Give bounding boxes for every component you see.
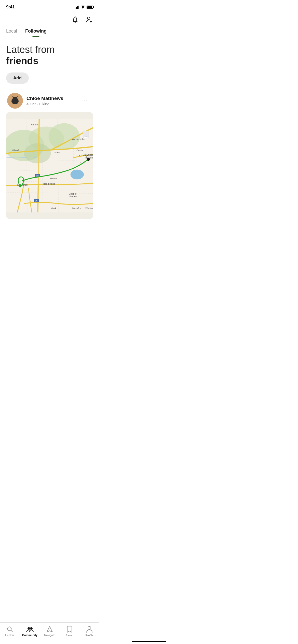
svg-text:Allerton: Allerton bbox=[69, 195, 77, 198]
main-content: Latest from friends Add bbox=[0, 37, 99, 219]
svg-point-9 bbox=[16, 98, 17, 99]
svg-text:Bleadon: Bleadon bbox=[12, 149, 21, 152]
post-card: Chloe Matthews 4 Oct · Hiking ··· bbox=[6, 93, 93, 219]
status-icons bbox=[75, 5, 93, 9]
tab-bar: Local Following bbox=[0, 26, 99, 37]
status-bar: 9:41 bbox=[0, 0, 99, 13]
svg-point-1 bbox=[87, 17, 90, 20]
notification-button[interactable] bbox=[70, 15, 80, 24]
avatar bbox=[7, 93, 23, 109]
svg-text:Roo(bridge: Roo(bridge bbox=[43, 182, 55, 185]
bell-icon bbox=[72, 16, 78, 23]
signal-icon bbox=[75, 5, 79, 9]
svg-point-14 bbox=[24, 143, 51, 164]
map-svg: Hutton Winscombe Bleadon Loxton Axbridge… bbox=[6, 112, 93, 219]
post-user-info: Chloe Matthews 4 Oct · Hiking bbox=[7, 93, 63, 109]
more-options-button[interactable]: ··· bbox=[82, 95, 92, 106]
svg-point-46 bbox=[19, 184, 22, 187]
wifi-icon bbox=[81, 6, 85, 9]
avatar-silhouette bbox=[9, 95, 21, 107]
add-button[interactable]: Add bbox=[6, 72, 29, 84]
svg-text:Weare: Weare bbox=[50, 177, 57, 180]
tab-following[interactable]: Following bbox=[25, 26, 47, 37]
svg-point-8 bbox=[14, 98, 15, 99]
header-actions bbox=[0, 13, 99, 26]
svg-text:Wedmore: Wedmore bbox=[85, 207, 93, 210]
post-user-name: Chloe Matthews bbox=[26, 96, 63, 101]
add-person-button[interactable] bbox=[85, 15, 94, 24]
post-user-details: Chloe Matthews 4 Oct · Hiking bbox=[26, 96, 63, 106]
svg-text:Cross: Cross bbox=[76, 149, 83, 152]
svg-point-13 bbox=[49, 123, 80, 150]
add-person-icon bbox=[86, 16, 93, 23]
status-time: 9:41 bbox=[6, 5, 15, 10]
svg-point-23 bbox=[71, 170, 84, 180]
svg-text:Loxton: Loxton bbox=[52, 151, 60, 154]
svg-text:Mark: Mark bbox=[51, 207, 56, 210]
svg-text:M5: M5 bbox=[35, 200, 38, 202]
post-meta: 4 Oct · Hiking bbox=[26, 102, 63, 106]
route-map[interactable]: Hutton Winscombe Bleadon Loxton Axbridge… bbox=[6, 112, 93, 219]
svg-text:Compton: Compton bbox=[85, 153, 93, 156]
page-headline: Latest from friends bbox=[6, 44, 93, 66]
battery-icon bbox=[87, 6, 93, 9]
svg-point-47 bbox=[87, 158, 90, 161]
svg-text:Chapel: Chapel bbox=[69, 192, 77, 195]
post-header: Chloe Matthews 4 Oct · Hiking ··· bbox=[6, 93, 93, 109]
svg-text:Hutton: Hutton bbox=[31, 123, 38, 126]
tab-local[interactable]: Local bbox=[6, 26, 17, 37]
svg-text:Blackford: Blackford bbox=[72, 207, 82, 210]
